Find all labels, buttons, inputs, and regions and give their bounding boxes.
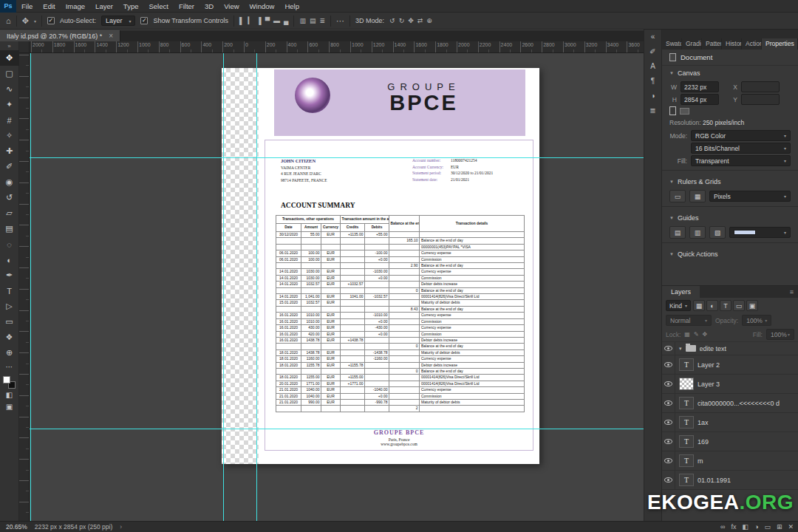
menu-image[interactable]: Image (61, 0, 90, 13)
tab-layers[interactable]: Layers (662, 286, 700, 298)
landscape-orientation-icon[interactable] (680, 108, 689, 115)
close-tab-icon[interactable]: × (109, 32, 113, 40)
toggle-grid-icon[interactable]: ▦ (689, 190, 706, 202)
align-left-icon[interactable]: ▌ (239, 18, 244, 24)
new-layer-icon[interactable]: ⊞ (777, 523, 782, 531)
panel-tab-patterns[interactable]: Patterns (702, 38, 722, 50)
toolbar-collapse-icon[interactable]: » (7, 42, 10, 50)
zoom-tool[interactable]: ⊕ (0, 345, 19, 361)
blur-tool[interactable]: ◌ (0, 236, 19, 252)
menu-window[interactable]: Window (245, 0, 280, 13)
hand-tool[interactable]: ❖ (0, 330, 19, 345)
lock-transparent-pixels-icon[interactable]: ▦ (684, 331, 690, 338)
lock-image-pixels-icon[interactable]: ✎ (694, 331, 699, 338)
3d-slide-icon[interactable]: ⇄ (417, 18, 423, 24)
layers-panel-menu-icon[interactable]: ≡ (785, 288, 798, 296)
align-bottom-icon[interactable]: ▄ (284, 18, 288, 24)
portrait-orientation-icon[interactable] (669, 106, 676, 115)
character-panel-icon[interactable]: A (650, 63, 655, 70)
canvas-height-field[interactable]: 2854 px (681, 94, 719, 105)
layer-row[interactable]: Tcita0000000...<<<<<<<<0 d (662, 394, 798, 413)
lock-guides-icon[interactable]: ▥ (689, 226, 706, 239)
layer-visibility-toggle[interactable] (662, 413, 675, 432)
info-panel-icon[interactable]: ≣ (649, 107, 655, 115)
marquee-tool[interactable]: ▢ (0, 66, 19, 81)
pixel-layer-filter-icon[interactable]: ▦ (693, 300, 705, 311)
section-canvas[interactable]: ▼ Canvas (669, 66, 791, 80)
menu-layer[interactable]: Layer (90, 0, 118, 13)
layer-row[interactable]: T1ax (662, 413, 798, 432)
guide-vertical[interactable] (30, 53, 31, 521)
auto-select-target-dropdown[interactable]: Layer ▾ (101, 16, 136, 26)
lock-position-icon[interactable]: ✥ (703, 331, 708, 338)
pen-tool[interactable]: ✒ (0, 267, 19, 283)
distribute-spacing-icon[interactable]: ≣ (320, 18, 326, 24)
menu-select[interactable]: Select (143, 0, 173, 13)
text-layer-thumbnail[interactable]: T (679, 416, 694, 429)
quick-selection-tool[interactable]: ✦ (0, 97, 19, 112)
guide-horizontal[interactable] (30, 157, 644, 158)
ruler-vertical[interactable] (19, 53, 30, 521)
align-top-icon[interactable]: ▀ (265, 18, 270, 24)
text-layer-thumbnail[interactable]: T (679, 397, 694, 409)
3d-scale-icon[interactable]: ⊕ (426, 18, 432, 24)
guide-vertical[interactable] (223, 53, 224, 521)
panel-tab-gradients[interactable]: Gradients (682, 38, 702, 50)
screen-mode-icon[interactable]: ▣ (0, 400, 19, 412)
guide-horizontal[interactable] (30, 429, 644, 429)
foreground-color-swatch[interactable] (3, 376, 10, 383)
layer-visibility-toggle[interactable] (662, 394, 675, 412)
collapse-panels-icon[interactable]: « (651, 33, 655, 41)
type-tool[interactable]: T (0, 283, 19, 299)
link-layers-icon[interactable]: ∞ (720, 523, 725, 531)
panel-tab-swatches[interactable]: Swatches (662, 38, 682, 50)
layer-row[interactable]: Layer 3 (662, 375, 798, 394)
layer-filter-kind-dropdown[interactable]: Kind ▾ (666, 300, 691, 311)
healing-brush-tool[interactable]: ✚ (0, 143, 19, 159)
eraser-tool[interactable]: ▱ (0, 205, 19, 221)
adjustment-layer-icon[interactable]: ◑ (754, 523, 758, 531)
layer-visibility-toggle[interactable] (662, 342, 675, 355)
layer-group-icon[interactable]: ▭ (764, 523, 771, 531)
align-right-icon[interactable]: ▐ (256, 18, 261, 24)
edit-toolbar-icon[interactable]: ⋯ (0, 361, 19, 372)
tool-preset-caret-icon[interactable]: ▾ (34, 18, 36, 24)
layer-row[interactable]: T01.01.1991 (662, 471, 798, 490)
dodge-tool[interactable]: ◐ (0, 252, 19, 267)
clear-guides-icon[interactable]: ▧ (709, 226, 726, 239)
opacity-dropdown[interactable]: 100% ▾ (742, 315, 771, 326)
layer-row[interactable]: T169 (662, 432, 798, 451)
blend-mode-dropdown[interactable]: Normal ▾ (666, 315, 712, 326)
ruler-horizontal[interactable]: 2000180016001400120010008006004002000200… (30, 41, 644, 53)
distribute-horizontal-icon[interactable]: ▥ (299, 18, 306, 24)
delete-layer-icon[interactable]: ✕ (788, 523, 794, 531)
show-transform-controls-checkbox[interactable]: ✓ (140, 17, 148, 24)
layer-row[interactable]: Tm (662, 451, 798, 471)
canvas-width-field[interactable]: 2232 px (681, 81, 719, 92)
menu-edit[interactable]: Edit (38, 0, 60, 13)
gradient-tool[interactable]: ▤ (0, 221, 19, 236)
menu-file[interactable]: File (16, 0, 38, 13)
shape-layer-filter-icon[interactable]: ▭ (733, 300, 745, 311)
layer-mask-icon[interactable]: ◧ (742, 523, 748, 531)
layer-visibility-toggle[interactable] (662, 471, 675, 489)
auto-select-checkbox[interactable]: ✓ (47, 17, 55, 24)
3d-drag-icon[interactable]: ✥ (408, 18, 414, 24)
adjustment-layer-filter-icon[interactable]: ◐ (706, 300, 718, 311)
layer-effects-icon[interactable]: fx (731, 523, 736, 531)
menu-type[interactable]: Type (118, 0, 144, 13)
status-chevron-icon[interactable]: › (120, 523, 122, 531)
3d-rotate-icon[interactable]: ↺ (389, 18, 395, 24)
guides-color-dropdown[interactable]: ▾ (729, 227, 791, 238)
move-tool[interactable]: ✥ (0, 50, 19, 66)
text-layer-thumbnail[interactable]: T (679, 435, 694, 448)
text-layer-thumbnail[interactable]: T (679, 454, 694, 467)
layer-visibility-toggle[interactable] (662, 451, 675, 470)
layer-visibility-toggle[interactable] (662, 355, 675, 374)
section-rulers-grids[interactable]: ▼ Rulers & Grids (669, 174, 791, 188)
ruler-corner[interactable] (19, 41, 30, 53)
align-center-horizontal-icon[interactable]: ▎ (248, 18, 253, 24)
menu-3d[interactable]: 3D (200, 0, 219, 13)
shape-tool[interactable]: ▭ (0, 314, 19, 330)
zoom-level-field[interactable]: 20.65% (6, 523, 27, 531)
